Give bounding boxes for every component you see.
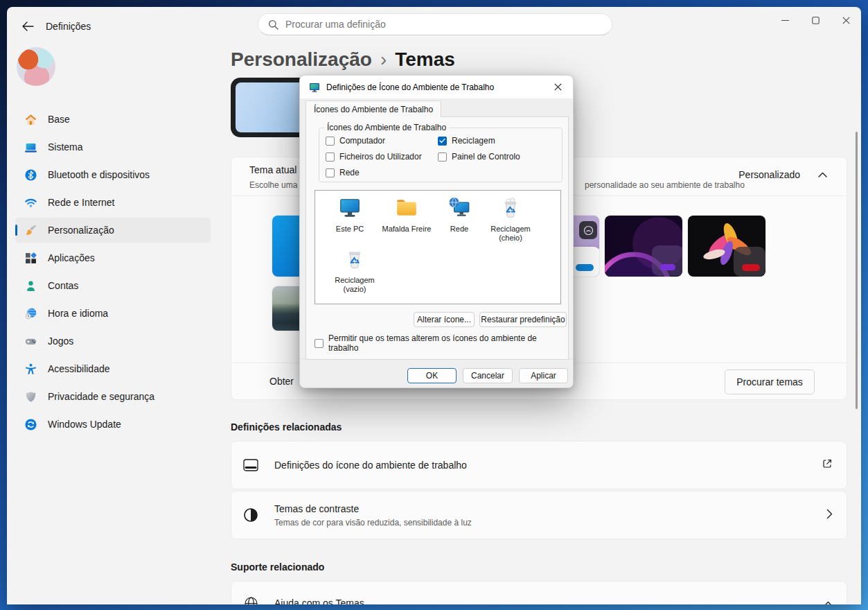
accent-color-pill	[660, 264, 675, 270]
checkbox-reciclagem[interactable]: Reciclagem	[438, 136, 495, 146]
checkbox-box	[438, 137, 447, 146]
back-arrow-icon	[21, 21, 34, 31]
dialog-tab-label: Ícones do Ambiente de Trabalho	[314, 105, 433, 114]
cancel-button[interactable]: Cancelar	[463, 368, 513, 383]
breadcrumb: Personalização › Temas	[231, 49, 455, 71]
desktop-icon-settings-dialog: Definições de Ícone do Ambiente de Traba…	[299, 75, 574, 388]
ok-button[interactable]: OK	[407, 368, 457, 383]
dialog-tab-desktop-icons[interactable]: Ícones do Ambiente de Trabalho	[305, 101, 441, 117]
checkbox-label: Ficheiros do Utilizador	[339, 152, 422, 162]
minimize-button[interactable]	[770, 7, 800, 33]
theme-tile-crescent[interactable]	[605, 216, 682, 277]
network-icon	[448, 196, 471, 220]
sidebar-item-privacidade[interactable]: Privacidade e segurança	[15, 384, 211, 409]
checkbox-label: Painel de Controlo	[452, 152, 520, 162]
browse-themes-label: Procurar temas	[736, 376, 803, 387]
external-link-icon	[822, 458, 833, 472]
sidebar-item-bluetooth[interactable]: Bluetooth e dispositivos	[15, 162, 211, 187]
theme-tile-flower[interactable]	[688, 216, 765, 277]
search-input[interactable]: Procurar uma definição	[258, 13, 612, 35]
sidebar-item-aplicacoes[interactable]: Aplicações	[15, 245, 211, 270]
browse-themes-button[interactable]: Procurar temas	[725, 369, 815, 394]
sidebar-item-hora-idioma[interactable]: Hora e idioma	[15, 301, 211, 326]
checkbox-label: Permitir que os temas alterem os ícones …	[328, 333, 568, 353]
sidebar-item-label: Contas	[48, 280, 78, 291]
back-button[interactable]	[18, 18, 37, 35]
sidebar-item-label: Bluetooth e dispositivos	[48, 169, 150, 180]
theme-dropdown-value: Personalizado	[738, 169, 800, 180]
dialog-titlebar: Definições de Ícone do Ambiente de Traba…	[300, 76, 573, 98]
user-avatar[interactable]	[17, 47, 55, 86]
sidebar-item-label: Rede e Internet	[48, 197, 115, 208]
window-controls	[770, 7, 861, 33]
home-icon	[25, 114, 37, 125]
theme-accent-card	[652, 245, 682, 276]
page-title: Temas	[395, 49, 455, 71]
sidebar-item-base[interactable]: Base	[15, 107, 211, 132]
checkbox-box	[326, 137, 335, 146]
change-icon-button[interactable]: Alterar ícone...	[414, 312, 475, 327]
sidebar-item-label: Personalização	[48, 225, 114, 236]
checkbox-painel-controlo[interactable]: Painel de Controlo	[438, 152, 520, 162]
sidebar-item-label: Sistema	[48, 141, 83, 152]
icon-item-network[interactable]: Rede	[430, 196, 488, 234]
dialog-footer: OK Cancelar Aplicar	[300, 358, 573, 387]
check-icon	[439, 138, 445, 143]
sidebar-item-personalizacao[interactable]: Personalização	[15, 218, 211, 243]
sidebar-item-windows-update[interactable]: Windows Update	[15, 412, 211, 437]
store-link-text-fragment: Obter	[269, 376, 294, 387]
maximize-button[interactable]	[800, 7, 831, 33]
checkbox-computador[interactable]: Computador	[326, 136, 385, 146]
icon-item-user-files[interactable]: Mafalda Freire	[378, 196, 436, 234]
icon-item-recycle-full[interactable]: Reciclagem (cheio)	[481, 196, 540, 243]
apply-button[interactable]: Aplicar	[519, 368, 568, 383]
cancel-label: Cancelar	[471, 371, 504, 381]
icon-item-qualifier: (cheio)	[499, 234, 522, 242]
theme-dropdown[interactable]: Personalizado	[738, 169, 827, 180]
row-label: Ajuda com os Temas	[274, 598, 364, 604]
desktop-icon-settings-row[interactable]: Definições do ícone do ambiente de traba…	[231, 441, 847, 489]
desktop-icon	[242, 458, 259, 473]
sidebar-item-sistema[interactable]: Sistema	[15, 134, 211, 159]
checkbox-label: Reciclagem	[452, 136, 495, 146]
checkbox-ficheiros-utilizador[interactable]: Ficheiros do Utilizador	[326, 152, 422, 162]
this-pc-icon	[338, 196, 362, 220]
restore-default-button[interactable]: Restaurar predefinição	[479, 312, 567, 327]
time-language-icon	[25, 308, 37, 320]
dialog-title: Definições de Ícone do Ambiente de Traba…	[326, 82, 494, 92]
row-label: Definições do ícone do ambiente de traba…	[274, 460, 467, 471]
search-placeholder: Procurar uma definição	[285, 19, 386, 30]
sidebar-item-jogos[interactable]: Jogos	[15, 329, 211, 354]
update-icon	[25, 419, 37, 430]
shield-icon	[25, 391, 37, 403]
contrast-themes-row[interactable]: Temas de contraste Temas de cor para vis…	[231, 491, 847, 539]
sidebar-item-label: Base	[48, 114, 70, 125]
close-icon	[554, 83, 562, 91]
wifi-icon	[25, 197, 37, 209]
change-icon-label: Alterar ícone...	[417, 315, 471, 324]
sidebar-item-label: Windows Update	[48, 419, 121, 430]
themes-help-row[interactable]: Ajuda com os Temas	[231, 581, 847, 604]
checkbox-label: Rede	[339, 168, 360, 177]
recycle-bin-full-icon	[499, 196, 522, 220]
icon-list: Este PC Mafalda Freire	[315, 190, 561, 304]
icon-item-este-pc[interactable]: Este PC	[321, 196, 379, 234]
close-button[interactable]	[831, 7, 861, 33]
icon-item-label: Este PC	[336, 225, 364, 233]
icon-item-recycle-empty[interactable]: Reciclagem (vazio)	[326, 247, 384, 294]
sidebar-item-acessibilidade[interactable]: Acessibilidade	[15, 356, 211, 381]
desktop: Definições Procurar uma definição Base S…	[0, 0, 868, 610]
scrollbar-thumb[interactable]	[856, 132, 858, 409]
accent-color-pill	[742, 264, 760, 271]
icon-item-label: Rede	[450, 225, 468, 233]
maximize-icon	[812, 17, 820, 24]
apply-label: Aplicar	[531, 371, 556, 381]
checkbox-rede[interactable]: Rede	[326, 168, 360, 177]
breadcrumb-parent[interactable]: Personalização	[231, 49, 372, 71]
icon-item-label: Reciclagem	[490, 225, 530, 233]
dialog-close-button[interactable]	[549, 80, 567, 94]
checkbox-allow-themes[interactable]: Permitir que os temas alterem os ícones …	[315, 333, 568, 353]
sidebar-item-contas[interactable]: Contas	[15, 273, 211, 298]
sidebar-item-label: Hora e idioma	[48, 308, 108, 319]
sidebar-item-rede[interactable]: Rede e Internet	[15, 190, 211, 215]
